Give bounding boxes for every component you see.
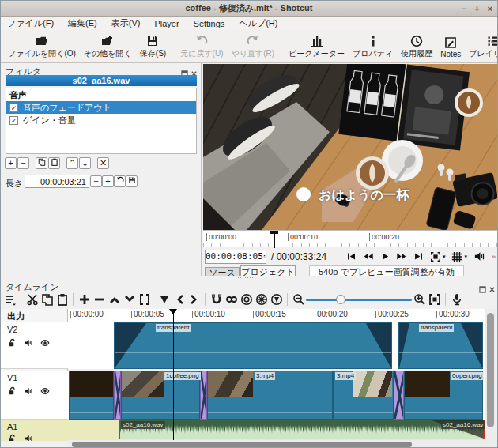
close-button[interactable]: × [488, 4, 492, 13]
loop-range-button[interactable]: ▾ [427, 251, 449, 262]
track-head-a1[interactable]: A1 [1, 420, 68, 441]
zoom-in-button[interactable] [412, 292, 427, 307]
timeline-vscrollbar[interactable] [485, 309, 496, 441]
lock-icon[interactable] [7, 386, 17, 396]
open-other-button[interactable]: その他を開く [80, 32, 136, 62]
open-file-button[interactable]: ファイルを開く(O) [4, 32, 80, 62]
add-filter-button[interactable]: + [5, 157, 17, 169]
mute-icon[interactable] [24, 338, 33, 348]
transition-3[interactable] [394, 371, 404, 420]
spinner-arrows-icon[interactable] [263, 251, 266, 262]
move-filter-down-button[interactable]: ⌄ [79, 157, 91, 169]
filter-item-gain[interactable]: ✓ゲイン・音量 [6, 114, 196, 126]
ripple-markers-button[interactable] [269, 292, 284, 307]
properties-button[interactable]: プロパティ [349, 32, 397, 62]
minimize-button[interactable]: − [462, 4, 466, 13]
ripple-delete-button[interactable] [92, 292, 107, 307]
skip-next-button[interactable] [410, 251, 427, 262]
next-marker-button[interactable] [187, 292, 202, 307]
timeline-menu-button[interactable] [2, 292, 17, 307]
previous-marker-button[interactable] [172, 292, 187, 307]
paste-filter-button[interactable] [48, 157, 60, 169]
remove-filter-button[interactable]: − [17, 157, 29, 169]
video-preview[interactable]: おはようの一杯 [203, 64, 497, 230]
maximize-button[interactable]: + [474, 4, 479, 13]
length-input[interactable]: 00:00:03:21 [25, 175, 89, 188]
notes-button[interactable]: Notes [436, 32, 465, 62]
clip-1coffee[interactable]: 1coffee.png [121, 371, 200, 420]
peak-meter-button[interactable]: ピークメーター [285, 32, 349, 62]
zoom-out-button[interactable] [291, 292, 306, 307]
play-button[interactable] [377, 251, 393, 262]
grid-button[interactable]: ▾ [448, 251, 470, 262]
lift-button[interactable] [107, 292, 122, 307]
filter-item-fadeout[interactable]: ✓音声のフェードアウト [6, 101, 196, 114]
zoom-fit-button[interactable] [427, 292, 442, 307]
ripple-button[interactable] [239, 292, 254, 307]
menu-settings[interactable]: Settings [194, 19, 225, 28]
fast-forward-button[interactable] [393, 251, 410, 262]
clip-v1-dark[interactable] [69, 371, 114, 420]
timeline-playhead[interactable] [173, 309, 174, 440]
clip-3mp4-a[interactable]: 3.mp4 [207, 371, 333, 420]
scrub-while-dragging-button[interactable] [224, 292, 239, 307]
transition-2[interactable] [200, 371, 207, 420]
save-button[interactable]: 保存(S) [136, 32, 170, 62]
split-button[interactable] [137, 292, 152, 307]
ripple-all-tracks-button[interactable] [254, 292, 269, 307]
mute-icon[interactable] [24, 434, 33, 441]
volume-button[interactable] [470, 250, 489, 262]
length-apply-button[interactable] [126, 175, 138, 187]
clip-transparent-1[interactable]: transparent [114, 322, 392, 369]
copy-button[interactable] [40, 292, 55, 307]
title-bar[interactable]: coffee - 修復済み.mlt* - Shotcut − + × [1, 1, 497, 17]
redo-button[interactable]: やり直す(R) [228, 32, 279, 62]
snap-button[interactable] [209, 292, 224, 307]
timecode-spinbox[interactable]: 00:00:08:05 [205, 250, 266, 264]
append-button[interactable] [77, 292, 92, 307]
zoom-slider[interactable] [306, 292, 412, 307]
length-decrement-button[interactable]: − [90, 175, 102, 187]
checkbox-checked[interactable]: ✓ [9, 104, 18, 112]
timeline-hscrollbar[interactable] [68, 440, 498, 448]
clip-3mp4-b[interactable]: 3.mp4 [333, 371, 394, 420]
toolbar-overflow-button[interactable]: » [490, 38, 494, 46]
clip-transparent-2[interactable]: transparent [398, 322, 483, 369]
mute-icon[interactable] [24, 386, 33, 396]
move-filter-up-button[interactable]: ⌃ [66, 157, 78, 169]
history-button[interactable]: 使用履歴 [397, 32, 436, 62]
copy-filter-button[interactable] [36, 157, 47, 169]
hide-icon[interactable] [40, 338, 50, 348]
deselect-filter-button[interactable]: ✕ [97, 157, 109, 169]
playlist-button[interactable]: プレイリスト [465, 32, 498, 62]
transport-overflow-button[interactable]: » [492, 253, 496, 261]
transition-1[interactable] [114, 371, 121, 420]
menu-edit[interactable]: 編集(E) [68, 17, 97, 29]
zoom-slider-handle[interactable] [336, 295, 345, 304]
menu-player[interactable]: Player [154, 19, 179, 28]
record-audio-button[interactable] [449, 292, 464, 307]
overwrite-button[interactable] [122, 292, 137, 307]
menu-view[interactable]: 表示(V) [111, 17, 141, 29]
track-head-v2[interactable]: V2 [1, 322, 68, 369]
marker-button[interactable] [157, 292, 172, 307]
rewind-button[interactable] [360, 251, 377, 262]
hide-icon[interactable] [40, 386, 50, 396]
length-increment-button[interactable]: + [102, 175, 114, 187]
skip-previous-button[interactable] [343, 251, 360, 262]
cut-button[interactable] [25, 292, 40, 307]
length-reset-button[interactable] [114, 175, 126, 187]
lock-icon[interactable] [7, 338, 17, 348]
paste-button[interactable] [55, 292, 70, 307]
menu-help[interactable]: ヘルプ(H) [239, 17, 277, 29]
menu-file[interactable]: ファイル(F) [7, 17, 54, 29]
clip-audio[interactable]: s02_aa16.wav s02_aa16.wav [119, 420, 485, 439]
checkbox-checked[interactable]: ✓ [9, 116, 18, 125]
timeline-playhead-handle[interactable] [169, 309, 177, 314]
lock-icon[interactable] [7, 434, 17, 441]
player-ruler[interactable]: 00:00:00 00:00:10 00:00:20 [203, 230, 498, 247]
clip-0open[interactable]: 0open.png [404, 371, 483, 420]
timeline-ruler[interactable]: 00:00:00 00:00:05 00:00:10 00:00:15 00:0… [68, 309, 485, 322]
track-head-v1[interactable]: V1 [1, 371, 68, 420]
undo-button[interactable]: 元に戻す(U) [176, 32, 227, 62]
